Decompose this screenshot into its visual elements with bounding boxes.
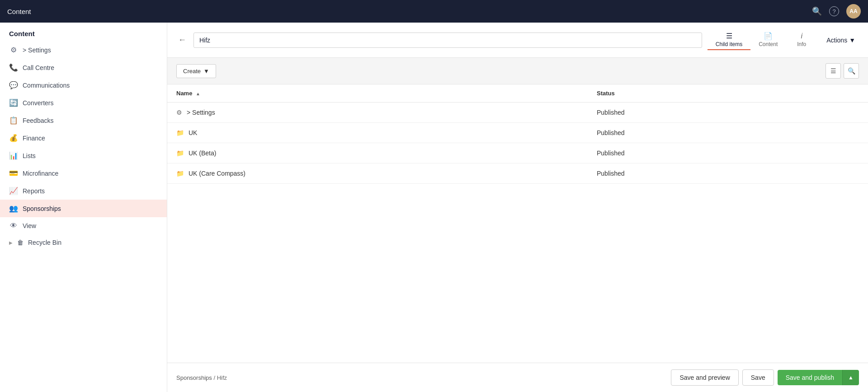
save-preview-button[interactable]: Save and preview (671, 369, 738, 386)
content-header: ← ☰ Child items 📄 Content i Info Actions (167, 23, 868, 58)
row-name: UK (Beta) (189, 149, 216, 157)
sidebar-item-label: Reports (23, 187, 45, 195)
list-view-button[interactable]: ☰ (826, 63, 841, 79)
search-icon[interactable]: 🔍 (812, 6, 822, 16)
sidebar-item-label: Sponsorships (23, 205, 61, 212)
toolbar-search-button[interactable]: 🔍 (844, 63, 859, 79)
feedbacks-icon: 📋 (9, 116, 18, 125)
sidebar-item-label: View (23, 222, 36, 229)
table-row[interactable]: 📁 UK Published (167, 123, 868, 143)
footer: Sponsorships / Hifz Save and preview Sav… (167, 363, 868, 392)
breadcrumb: Sponsorships / Hifz (176, 374, 227, 381)
sidebar-item-label: > Settings (23, 47, 51, 54)
row-name-cell: 📁 UK (Care Compass) (167, 163, 588, 184)
tab-info[interactable]: i Info (786, 30, 817, 50)
settings-icon: ⚙ (9, 46, 18, 54)
save-button[interactable]: Save (742, 369, 774, 386)
row-name-cell: ⚙ > Settings (167, 103, 588, 123)
sidebar-item-label: Communications (23, 82, 70, 89)
status-column-header: Status (588, 84, 868, 103)
row-status-cell: Published (588, 103, 868, 123)
tab-child-items[interactable]: ☰ Child items (708, 30, 750, 50)
main-layout: Content ⚙ > Settings 📞 Call Centre 💬 Com… (0, 23, 868, 392)
table-header-row: Name ▲ Status (167, 84, 868, 103)
row-icon: 📁 (176, 149, 184, 157)
row-status-cell: Published (588, 143, 868, 163)
save-publish-button[interactable]: Save and publish (778, 370, 842, 385)
toolbar-right: ☰ 🔍 (826, 63, 859, 79)
lists-icon: 📊 (9, 151, 18, 160)
row-name-cell: 📁 UK (167, 123, 588, 143)
view-icon: 👁 (9, 222, 18, 230)
child-items-icon: ☰ (726, 32, 732, 40)
row-icon: 📁 (176, 170, 184, 177)
sidebar-item-feedbacks[interactable]: 📋 Feedbacks (0, 112, 167, 129)
sidebar-item-view[interactable]: 👁 View (0, 217, 167, 234)
row-status-cell: Published (588, 163, 868, 184)
sidebar-item-label: Lists (23, 152, 36, 159)
sidebar: Content ⚙ > Settings 📞 Call Centre 💬 Com… (0, 23, 167, 392)
sidebar-item-settings[interactable]: ⚙ > Settings (0, 41, 167, 59)
converters-icon: 🔄 (9, 98, 18, 107)
top-nav-actions: 🔍 ? AA (812, 4, 861, 19)
sidebar-item-microfinance[interactable]: 💳 Microfinance (0, 164, 167, 182)
actions-button[interactable]: Actions ▼ (823, 35, 859, 46)
breadcrumb-separator: / (213, 374, 217, 381)
sidebar-item-converters[interactable]: 🔄 Converters (0, 94, 167, 112)
expand-arrow-icon: ▶ (9, 240, 13, 245)
sidebar-item-sponsorships[interactable]: 👥 Sponsorships (0, 200, 167, 217)
footer-buttons: Save and preview Save Save and publish ▲ (671, 369, 859, 386)
call-centre-icon: 📞 (9, 63, 18, 72)
sidebar-item-recycle-bin[interactable]: ▶ 🗑 Recycle Bin (0, 234, 167, 251)
title-input[interactable] (193, 33, 702, 48)
create-button[interactable]: Create ▼ (176, 64, 216, 78)
actions-label: Actions (826, 37, 847, 44)
tab-content-label: Content (759, 41, 778, 47)
finance-icon: 💰 (9, 134, 18, 142)
sidebar-item-communications[interactable]: 💬 Communications (0, 76, 167, 94)
create-label: Create (183, 68, 201, 75)
breadcrumb-parent[interactable]: Sponsorships (176, 374, 212, 381)
sidebar-item-finance[interactable]: 💰 Finance (0, 129, 167, 147)
row-icon: ⚙ (176, 109, 182, 116)
sidebar-item-label: Feedbacks (23, 117, 53, 124)
avatar[interactable]: AA (846, 4, 861, 19)
sidebar-item-reports[interactable]: 📈 Reports (0, 182, 167, 200)
table-row[interactable]: 📁 UK (Care Compass) Published (167, 163, 868, 184)
reports-icon: 📈 (9, 187, 18, 195)
app-title: Content (7, 8, 31, 15)
recycle-bin-icon: 🗑 (17, 239, 24, 246)
sidebar-item-lists[interactable]: 📊 Lists (0, 147, 167, 164)
content-icon: 📄 (764, 32, 773, 40)
help-icon[interactable]: ? (829, 6, 839, 16)
sidebar-item-label: Call Centre (23, 64, 54, 71)
actions-arrow-icon: ▼ (849, 37, 855, 44)
row-name: UK (189, 129, 197, 136)
table-row[interactable]: 📁 UK (Beta) Published (167, 143, 868, 163)
back-button[interactable]: ← (176, 33, 188, 47)
row-name-cell: 📁 UK (Beta) (167, 143, 588, 163)
sponsorships-icon: 👥 (9, 204, 18, 213)
table-wrapper: Name ▲ Status ⚙ > Settings Published (167, 84, 868, 363)
recycle-bin-label: Recycle Bin (28, 239, 61, 246)
sidebar-item-label: Finance (23, 135, 45, 142)
sort-arrow-icon: ▲ (196, 91, 200, 96)
row-name: UK (Care Compass) (189, 170, 245, 177)
publish-dropdown-arrow[interactable]: ▲ (842, 370, 859, 385)
communications-icon: 💬 (9, 81, 18, 89)
table-row[interactable]: ⚙ > Settings Published (167, 103, 868, 123)
publish-group: Save and publish ▲ (778, 370, 859, 385)
tab-info-label: Info (797, 41, 806, 47)
row-icon: 📁 (176, 129, 184, 136)
row-name: > Settings (187, 109, 215, 116)
tab-child-items-label: Child items (716, 41, 742, 47)
microfinance-icon: 💳 (9, 169, 18, 177)
name-column-header[interactable]: Name ▲ (167, 84, 588, 103)
sidebar-item-label: Microfinance (23, 170, 58, 177)
sidebar-item-call-centre[interactable]: 📞 Call Centre (0, 59, 167, 76)
tab-content[interactable]: 📄 Content (750, 30, 786, 50)
toolbar: Create ▼ ☰ 🔍 (167, 58, 868, 84)
sidebar-item-label: Converters (23, 99, 53, 107)
content-area: ← ☰ Child items 📄 Content i Info Actions (167, 23, 868, 392)
row-status-cell: Published (588, 123, 868, 143)
